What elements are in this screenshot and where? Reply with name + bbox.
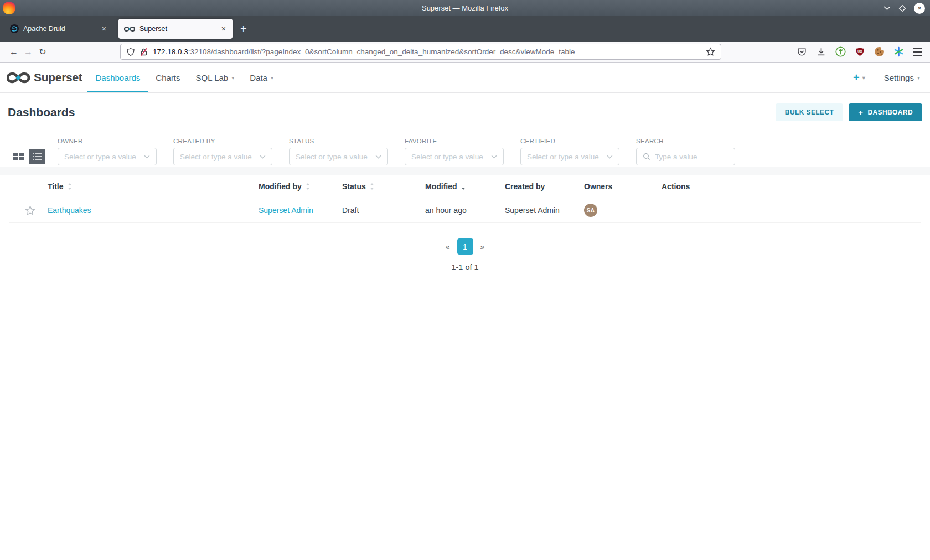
column-header-created-by: Created by — [505, 182, 584, 191]
cookie-icon[interactable] — [874, 46, 885, 58]
modified-by-link[interactable]: Superset Admin — [259, 206, 313, 215]
url-path: :32108/dashboard/list/?pageIndex=0&sortC… — [188, 48, 575, 56]
filter-label: SEARCH — [636, 138, 735, 144]
tab-label: Superset — [140, 25, 220, 33]
chevron-down-icon: ▾ — [862, 75, 865, 81]
pocket-icon[interactable] — [796, 46, 807, 58]
search-icon — [643, 153, 650, 160]
list-view-button[interactable] — [29, 149, 45, 164]
column-header-modified-by[interactable]: Modified by — [259, 182, 342, 191]
search-input[interactable] — [654, 152, 728, 162]
tab-label: Apache Druid — [23, 25, 101, 33]
filter-label: FAVORITE — [405, 138, 504, 144]
shield-icon[interactable] — [126, 48, 135, 56]
nav-item-dashboards[interactable]: Dashboards — [87, 63, 148, 92]
card-view-button[interactable] — [13, 152, 24, 162]
bookmark-star-icon[interactable] — [706, 47, 715, 56]
sort-icon — [68, 183, 72, 190]
extension-asterisk-icon[interactable] — [893, 46, 904, 58]
main-nav: Dashboards Charts SQL Lab ▾ Data ▾ — [87, 63, 281, 92]
column-header-status[interactable]: Status — [342, 182, 425, 191]
section-divider — [0, 167, 930, 175]
window-title: Superset — Mozilla Firefox — [422, 4, 508, 12]
plus-icon: + — [858, 108, 863, 117]
pagination-prev-button[interactable]: « — [446, 242, 450, 251]
sort-icon — [370, 183, 374, 190]
chevron-down-icon — [607, 155, 613, 159]
owner-avatar[interactable]: SA — [584, 204, 597, 217]
table-row: Earthquakes Superset Admin Draft an hour… — [9, 198, 921, 223]
sort-icon — [306, 183, 310, 190]
app-navbar: Superset Dashboards Charts SQL Lab ▾ Dat… — [0, 63, 930, 93]
druid-icon — [10, 24, 19, 33]
chevron-down-icon — [491, 155, 497, 159]
pagination-next-button[interactable]: » — [480, 242, 485, 251]
favorite-filter: FAVORITE Select or type a value — [405, 138, 504, 165]
new-item-menu-button[interactable]: + ▾ — [853, 71, 865, 84]
nav-item-sql-lab[interactable]: SQL Lab ▾ — [188, 63, 242, 92]
new-dashboard-button[interactable]: + DASHBOARD — [849, 103, 922, 121]
search-filter: SEARCH — [636, 138, 735, 165]
sort-desc-icon — [461, 183, 466, 190]
created-by-cell: Superset Admin — [505, 206, 584, 215]
back-button[interactable]: ← — [7, 47, 21, 57]
list-icon — [32, 153, 42, 160]
pagination-page-1[interactable]: 1 — [457, 238, 473, 255]
extension-green-icon[interactable] — [835, 46, 846, 58]
filter-label: OWNER — [58, 138, 157, 144]
favorite-filter-select[interactable]: Select or type a value — [405, 148, 504, 165]
brand-text: Superset — [34, 71, 82, 84]
bulk-select-button[interactable]: BULK SELECT — [776, 103, 843, 121]
new-tab-button[interactable]: + — [240, 23, 247, 34]
superset-logo-icon — [7, 71, 30, 84]
plus-icon: + — [853, 71, 860, 84]
status-filter: STATUS Select or type a value — [289, 138, 388, 165]
status-filter-select[interactable]: Select or type a value — [289, 148, 388, 165]
certified-filter-select[interactable]: Select or type a value — [520, 148, 619, 165]
tab-close-icon[interactable]: × — [101, 24, 107, 33]
window-titlebar: Superset — Mozilla Firefox × — [0, 0, 930, 16]
pagination: « 1 » — [9, 238, 921, 255]
url-host: 172.18.0.3 — [153, 48, 188, 56]
certified-filter: CERTIFIED Select or type a value — [520, 138, 619, 165]
created-by-filter-select[interactable]: Select or type a value — [173, 148, 272, 165]
reload-button[interactable]: ↻ — [35, 46, 50, 57]
filter-label: CERTIFIED — [520, 138, 619, 144]
favorite-star-icon[interactable] — [25, 205, 48, 216]
chevron-down-icon: ▾ — [271, 75, 273, 81]
nav-item-data[interactable]: Data ▾ — [242, 63, 281, 92]
chevron-down-icon — [375, 155, 381, 159]
close-button[interactable]: × — [914, 3, 925, 14]
owner-filter-select[interactable]: Select or type a value — [58, 148, 157, 165]
dashboard-title-link[interactable]: Earthquakes — [48, 206, 91, 215]
pagination-summary: 1-1 of 1 — [9, 263, 921, 272]
forward-button[interactable]: → — [21, 47, 35, 57]
insecure-lock-icon[interactable] — [140, 48, 148, 56]
ublock-icon[interactable]: UO — [854, 46, 865, 58]
tab-apache-druid[interactable]: Apache Druid × — [4, 19, 113, 39]
modified-cell: an hour ago — [425, 206, 505, 215]
column-header-title[interactable]: Title — [48, 182, 259, 191]
owner-filter: OWNER Select or type a value — [58, 138, 157, 165]
maximize-button[interactable] — [898, 4, 906, 12]
column-header-owners: Owners — [584, 182, 662, 191]
page-title: Dashboards — [8, 106, 75, 119]
tab-bar: Apache Druid × Superset × + — [0, 16, 930, 42]
column-header-modified[interactable]: Modified — [425, 182, 505, 191]
table-header-row: Title Modified by Status Modified Create… — [9, 175, 921, 198]
settings-menu-button[interactable]: Settings ▾ — [884, 73, 920, 82]
superset-favicon-icon — [124, 26, 135, 32]
tab-superset[interactable]: Superset × — [118, 19, 232, 39]
minimize-button[interactable] — [884, 6, 891, 11]
menu-button[interactable] — [912, 46, 923, 58]
superset-brand[interactable]: Superset — [0, 63, 82, 92]
url-input[interactable]: 172.18.0.3:32108/dashboard/list/?pageInd… — [120, 44, 721, 60]
downloads-icon[interactable] — [815, 46, 826, 58]
filter-label: STATUS — [289, 138, 388, 144]
nav-item-charts[interactable]: Charts — [148, 63, 188, 92]
chevron-down-icon — [144, 155, 150, 159]
column-header-actions: Actions — [662, 182, 921, 191]
tab-close-icon[interactable]: × — [220, 24, 227, 33]
browser-toolbar: ← → ↻ 172.18.0.3:32108/dashboard/list/?p… — [0, 42, 930, 63]
grid-icon — [13, 152, 24, 162]
